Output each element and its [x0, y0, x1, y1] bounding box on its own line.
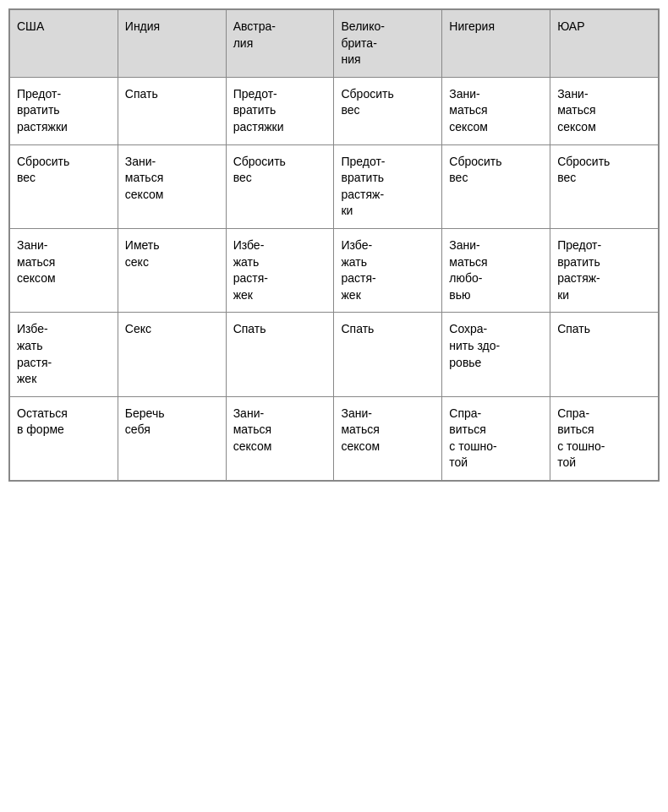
table-row: Предот-вратитьрастяжкиСпатьПредот-вратит…	[10, 77, 659, 144]
cell-4-5: Спра-витьсяс тошно-той	[550, 396, 659, 480]
cell-0-2: Предот-вратитьрастяжки	[226, 77, 334, 144]
cell-0-5: Зани-матьсясексом	[550, 77, 659, 144]
cell-1-3: Предот-вратитьрастяж-ки	[334, 144, 442, 228]
cell-3-2: Спать	[226, 313, 334, 396]
cell-1-4: Сброситьвес	[442, 144, 550, 228]
cell-1-2: Сброситьвес	[226, 144, 334, 228]
cell-0-4: Зани-матьсясексом	[442, 77, 550, 144]
header-col-4: Нигерия	[442, 10, 550, 78]
table-row: Остатьсяв формеБеречьсебяЗани-матьсясекс…	[10, 396, 659, 480]
cell-1-5: Сброситьвес	[550, 144, 659, 228]
header-col-2: Австра-лия	[226, 10, 334, 78]
cell-3-3: Спать	[334, 313, 442, 396]
cell-0-3: Сброситьвес	[334, 77, 442, 144]
cell-0-1: Спать	[118, 77, 226, 144]
header-col-1: Индия	[118, 10, 226, 78]
cell-2-5: Предот-вратитьрастяж-ки	[550, 228, 659, 312]
cell-1-1: Зани-матьсясексом	[118, 144, 226, 228]
cell-4-4: Спра-витьсяс тошно-той	[442, 396, 550, 480]
cell-2-4: Зани-матьсялюбо-вью	[442, 228, 550, 312]
cell-3-0: Избе-жатьрастя-жек	[10, 313, 118, 396]
cell-4-1: Беречьсебя	[118, 396, 226, 480]
header-col-0: США	[10, 10, 118, 78]
cell-2-0: Зани-матьсясексом	[10, 228, 118, 312]
table-row: Избе-жатьрастя-жекСексСпатьСпатьСохра-ни…	[10, 313, 659, 396]
cell-2-3: Избе-жатьрастя-жек	[334, 228, 442, 312]
header-col-5: ЮАР	[550, 10, 659, 78]
cell-1-0: Сброситьвес	[10, 144, 118, 228]
cell-3-1: Секс	[118, 313, 226, 396]
cell-2-1: Иметьсекс	[118, 228, 226, 312]
cell-4-0: Остатьсяв форме	[10, 396, 118, 480]
header-row: СШАИндияАвстра-лияВелико-брита-нияНигери…	[10, 10, 659, 78]
cell-0-0: Предот-вратитьрастяжки	[10, 77, 118, 144]
table-row: СброситьвесЗани-матьсясексомСброситьвесП…	[10, 144, 659, 228]
header-col-3: Велико-брита-ния	[334, 10, 442, 78]
cell-3-4: Сохра-нить здо-ровье	[442, 313, 550, 396]
cell-3-5: Спать	[550, 313, 659, 396]
cell-2-2: Избе-жатьрастя-жек	[226, 228, 334, 312]
table-row: Зани-матьсясексомИметьсексИзбе-жатьрастя…	[10, 228, 659, 312]
cell-4-3: Зани-матьсясексом	[334, 396, 442, 480]
main-table: СШАИндияАвстра-лияВелико-брита-нияНигери…	[8, 8, 660, 482]
cell-4-2: Зани-матьсясексом	[226, 396, 334, 480]
